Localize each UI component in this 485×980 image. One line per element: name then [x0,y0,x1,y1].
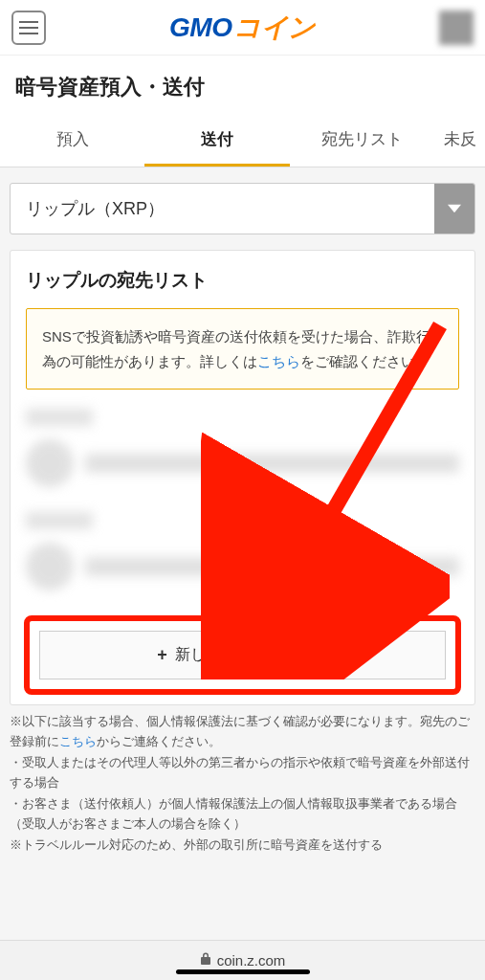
recipient-list-blurred [26,409,459,590]
disclaimer-line1-post: からご連絡ください。 [97,734,221,748]
tab-recipients[interactable]: 宛先リスト [290,115,434,167]
disclaimer-text: ※以下に該当する場合、個人情報保護法に基づく確認が必要になります。宛先のご登録前… [0,705,485,855]
list-item [26,543,459,590]
recipient-list-card: リップルの宛先リスト SNSで投資勧誘や暗号資産の送付依頼を受けた場合、詐欺行為… [10,250,475,705]
add-button-label: 新しい宛先を追加する [175,645,328,665]
asset-select[interactable]: リップル（XRP） [10,183,475,234]
list-item [26,439,459,487]
tab-send[interactable]: 送付 [144,115,289,167]
page-title: 暗号資産預入・送付 [0,56,485,115]
card-title: リップルの宛先リスト [26,268,459,293]
logo: GMO コイン [169,10,316,46]
url-domain: coin.z.com [217,952,286,969]
menu-button[interactable] [11,11,46,45]
notice-link[interactable]: こちら [257,353,300,369]
notice-text-post: をご確認ください。 [300,353,430,369]
plus-icon: + [157,645,167,665]
disclaimer-line4: ※トラベルルール対応のため、外部の取引所に暗号資産を送付する [10,837,383,852]
disclaimer-line2: ・受取人またはその代理人等以外の第三者からの指示や依頼で暗号資産を外部送付する場… [10,755,470,790]
disclaimer-link[interactable]: こちら [59,734,97,748]
asset-select-value: リップル（XRP） [11,184,434,234]
disclaimer-line3: ・お客さま（送付依頼人）が個人情報保護法上の個人情報取扱事業者である場合（受取人… [10,796,457,831]
add-recipient-button[interactable]: + 新しい宛先を追加する [39,631,446,679]
tab-partial[interactable]: 未反 [434,115,485,167]
tab-deposit[interactable]: 預入 [0,115,144,167]
chevron-down-icon [434,184,474,234]
avatar[interactable] [439,11,474,45]
logo-gmo: GMO [169,12,231,43]
home-indicator [176,969,310,974]
tab-bar: 預入 送付 宛先リスト 未反 [0,115,485,167]
logo-coin: コイン [233,10,316,46]
lock-icon [200,952,211,969]
warning-notice: SNSで投資勧誘や暗号資産の送付依頼を受けた場合、詐欺行為の可能性があります。詳… [26,308,459,390]
highlight-box: + 新しい宛先を追加する [24,615,461,695]
